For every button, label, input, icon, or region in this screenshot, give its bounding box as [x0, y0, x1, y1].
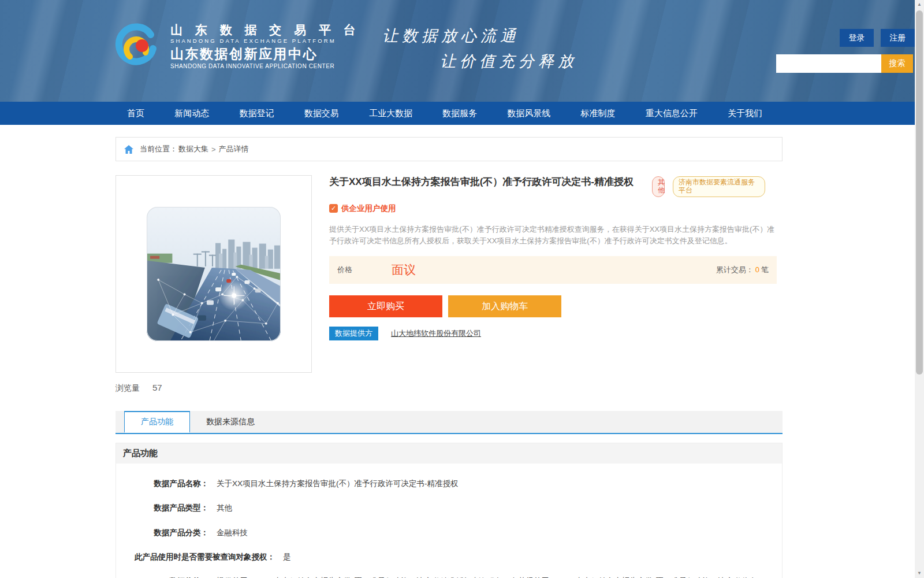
- logo-swirl-icon: [113, 22, 161, 71]
- header-slogan: 让数据放心流通 让价值充分释放: [382, 25, 578, 72]
- product-info: 关于XX项目水土保持方案报告审批(不）准予行政许可决定书-精准授权 其他 济南市…: [329, 175, 783, 373]
- logo-subtitle-en: SHANDONG DATA INNOVATIVE APPLICATION CEN…: [170, 63, 360, 69]
- product-title: 关于XX项目水土保持方案报告审批(不）准予行政许可决定书-精准授权: [329, 175, 644, 190]
- search-input[interactable]: [776, 54, 881, 73]
- nav-item-home[interactable]: 首页: [127, 108, 144, 119]
- nav-item-major-info[interactable]: 重大信息公开: [646, 108, 698, 119]
- breadcrumb: 当前位置： 数据大集 > 产品详情: [116, 137, 783, 161]
- nav-item-data-scenery[interactable]: 数据风景线: [507, 108, 550, 119]
- price-bar: 价格 面议 累计交易：0笔: [329, 256, 777, 284]
- tab-product-features[interactable]: 产品功能: [124, 411, 190, 433]
- add-to-cart-button[interactable]: 加入购物车: [448, 295, 561, 317]
- check-icon: ✓: [329, 204, 338, 213]
- detail-label: 数据产品类型：: [135, 502, 208, 514]
- detail-value: 是: [283, 551, 291, 563]
- breadcrumb-separator: >: [211, 145, 216, 154]
- nav-item-data-registration[interactable]: 数据登记: [239, 108, 274, 119]
- main-content: 当前位置： 数据大集 > 产品详情: [116, 137, 783, 578]
- nav-item-about-us[interactable]: 关于我们: [728, 108, 762, 119]
- enterprise-note-text: 供企业用户使用: [341, 203, 396, 214]
- vertical-scrollbar[interactable]: ▲ ▼: [915, 0, 924, 578]
- logo-subtitle-zh: 山东数据创新应用中心: [170, 47, 360, 61]
- product-image-box: [116, 175, 312, 373]
- trades-label: 累计交易：: [716, 265, 754, 274]
- detail-label: 此产品使用时是否需要被查询对象授权：: [135, 551, 275, 563]
- provider-row: 数据提供方 山大地纬软件股份有限公司: [329, 327, 783, 340]
- trades-summary: 累计交易：0笔: [716, 265, 769, 275]
- nav-item-news[interactable]: 新闻动态: [174, 108, 209, 119]
- site-logo[interactable]: 山 东 数 据 交 易 平 台 SHANDONG DATA EXCHANGE P…: [113, 22, 360, 71]
- detail-row-product-type: 数据产品类型： 其他: [123, 496, 775, 520]
- price-label: 价格: [337, 265, 352, 275]
- page-viewport: 山 东 数 据 交 易 平 台 SHANDONG DATA EXCHANGE P…: [0, 0, 915, 578]
- login-button[interactable]: 登录: [840, 29, 874, 47]
- detail-value: 提供关于XX项目水土保持方案报告审批(不）准予行政许可决定书精准授权查询服务，在…: [217, 576, 759, 578]
- product-thumbnail-image: [147, 207, 281, 341]
- breadcrumb-current: 产品详情: [219, 144, 249, 154]
- detail-row-product-name: 数据产品名称： 关于XX项目水土保持方案报告审批(不）准予行政许可决定书-精准授…: [123, 472, 775, 496]
- nav-item-industrial-bigdata[interactable]: 工业大数据: [369, 108, 412, 119]
- buy-now-button[interactable]: 立即购买: [329, 295, 442, 317]
- breadcrumb-parent-link[interactable]: 数据大集: [178, 144, 208, 154]
- trades-unit: 笔: [761, 265, 769, 274]
- product-description: 提供关于XX项目水土保持方案报告审批(不）准予行政许可决定书精准授权查询服务，在…: [329, 224, 777, 248]
- section-title: 产品功能: [116, 443, 782, 464]
- logo-title-zh: 山 东 数 据 交 易 平 台: [170, 23, 360, 36]
- product-features-section: 产品功能 数据产品名称： 关于XX项目水土保持方案报告审批(不）准予行政许可决定…: [116, 443, 783, 578]
- slogan-line-1: 让数据放心流通: [382, 25, 578, 46]
- scrollbar-up-arrow-icon[interactable]: ▲: [915, 0, 924, 9]
- detail-row-authorization-required: 此产品使用时是否需要被查询对象授权： 是: [123, 545, 775, 569]
- logo-text: 山 东 数 据 交 易 平 台 SHANDONG DATA EXCHANGE P…: [170, 23, 360, 69]
- views-row: 浏览量 57: [116, 383, 783, 394]
- breadcrumb-prefix: 当前位置：: [140, 144, 177, 154]
- enterprise-note: ✓ 供企业用户使用: [329, 203, 783, 214]
- detail-row-product-category: 数据产品分类： 金融科技: [123, 521, 775, 545]
- slogan-line-2: 让价值充分释放: [382, 51, 578, 72]
- nav-item-data-services[interactable]: 数据服务: [442, 108, 477, 119]
- provider-link[interactable]: 山大地纬软件股份有限公司: [391, 328, 481, 339]
- category-tag: 其他: [652, 176, 665, 197]
- nav-item-standards[interactable]: 标准制度: [581, 108, 616, 119]
- views-label: 浏览量: [116, 383, 140, 392]
- detail-label: 数据产品分类：: [135, 527, 208, 539]
- provider-badge: 数据提供方: [329, 327, 378, 340]
- views-count: 57: [152, 383, 162, 392]
- nav-item-data-trading[interactable]: 数据交易: [304, 108, 339, 119]
- search-button[interactable]: 搜索: [881, 54, 913, 73]
- detail-value: 其他: [217, 502, 232, 514]
- register-button[interactable]: 注册: [881, 29, 915, 47]
- detail-value: 金融科技: [217, 527, 248, 539]
- scrollbar-down-arrow-icon[interactable]: ▼: [915, 569, 924, 578]
- detail-label: 数据价值：: [135, 576, 208, 578]
- detail-value: 关于XX项目水土保持方案报告审批(不）准予行政许可决定书-精准授权: [217, 478, 459, 490]
- home-icon[interactable]: [124, 145, 133, 154]
- site-header: 山 东 数 据 交 易 平 台 SHANDONG DATA EXCHANGE P…: [0, 0, 915, 102]
- tab-bar: 产品功能 数据来源信息: [116, 411, 783, 434]
- logo-title-en: SHANDONG DATA EXCHANGE PLATFORM: [170, 38, 360, 44]
- platform-tag: 济南市数据要素流通服务平台: [673, 176, 765, 197]
- product-section: 关于XX项目水土保持方案报告审批(不）准予行政许可决定书-精准授权 其他 济南市…: [116, 175, 783, 373]
- scrollbar-thumb[interactable]: [916, 10, 923, 375]
- trades-count: 0: [755, 265, 759, 274]
- detail-label: 数据产品名称：: [135, 478, 208, 490]
- tab-data-source-info[interactable]: 数据来源信息: [190, 411, 271, 433]
- price-value: 面议: [392, 262, 416, 278]
- detail-row-data-value: 数据价值： 提供关于XX项目水土保持方案报告审批(不）准予行政许可决定书精准授权…: [123, 569, 775, 578]
- main-nav: 首页 新闻动态 数据登记 数据交易 工业大数据 数据服务 数据风景线 标准制度 …: [0, 102, 915, 125]
